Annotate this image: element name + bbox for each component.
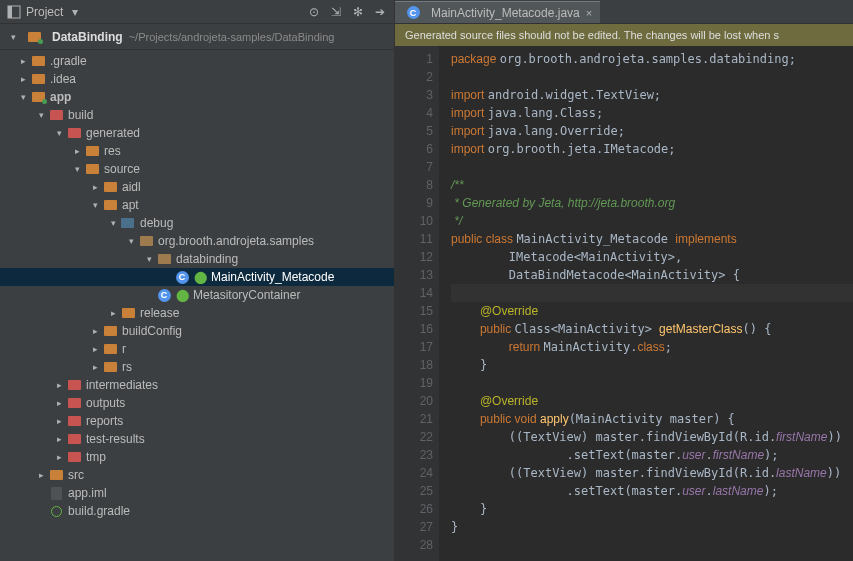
project-sidebar: Project ▾ ⊙ ⇲ ✻ ➔ ▾ DataBinding ~/Projec…: [0, 0, 395, 561]
tab-mainactivity-metacode[interactable]: C MainActivity_Metacode.java ×: [395, 1, 600, 23]
editor-pane: C MainActivity_Metacode.java × Generated…: [395, 0, 853, 561]
source-root-icon: [120, 216, 136, 230]
line-gutter[interactable]: 1234567891011121314151617181920212223242…: [395, 46, 439, 561]
tree-item-build[interactable]: ▾build: [0, 106, 394, 124]
tree-item-buildgradle[interactable]: ▸build.gradle: [0, 502, 394, 520]
lock-icon: ⬤: [176, 288, 189, 302]
code-editor[interactable]: package package org.brooth.androjeta.sam…: [439, 46, 853, 561]
module-icon: [30, 90, 46, 104]
folder-icon: [66, 396, 82, 410]
tree-item-gradle[interactable]: ▸.gradle: [0, 52, 394, 70]
folder-icon: [102, 324, 118, 338]
tree-item-debug[interactable]: ▾debug: [0, 214, 394, 232]
folder-icon: [30, 72, 46, 86]
tree-item-app[interactable]: ▾app: [0, 88, 394, 106]
folder-icon: [48, 108, 64, 122]
tree-item-tmp[interactable]: ▸tmp: [0, 448, 394, 466]
tree-item-appiml[interactable]: ▸app.iml: [0, 484, 394, 502]
expand-icon[interactable]: ▾: [8, 32, 18, 42]
generated-file-banner: Generated source files should not be edi…: [395, 24, 853, 46]
folder-icon: [102, 360, 118, 374]
folder-icon: [84, 144, 100, 158]
locate-icon[interactable]: ⊙: [306, 4, 322, 20]
tree-item-mainactivity-metacode[interactable]: ▸C⬤MainActivity_Metacode: [0, 268, 394, 286]
project-icon: [26, 30, 42, 44]
tree-item-package[interactable]: ▾org.brooth.androjeta.samples: [0, 232, 394, 250]
java-class-icon: C: [174, 270, 190, 284]
tab-label: MainActivity_Metacode.java: [431, 6, 580, 20]
tree-item-source[interactable]: ▾source: [0, 160, 394, 178]
folder-icon: [66, 414, 82, 428]
folder-icon: [84, 162, 100, 176]
tree-item-rs[interactable]: ▸rs: [0, 358, 394, 376]
tree-item-testresults[interactable]: ▸test-results: [0, 430, 394, 448]
tree-item-apt[interactable]: ▾apt: [0, 196, 394, 214]
tree-item-r[interactable]: ▸r: [0, 340, 394, 358]
package-icon: [156, 252, 172, 266]
dropdown-icon[interactable]: ▾: [67, 4, 83, 20]
collapse-icon[interactable]: ⇲: [328, 4, 344, 20]
tree-item-outputs[interactable]: ▸outputs: [0, 394, 394, 412]
folder-icon: [120, 306, 136, 320]
project-view-icon[interactable]: [6, 4, 22, 20]
folder-icon: [66, 126, 82, 140]
project-label: Project: [26, 5, 63, 19]
folder-icon: [66, 450, 82, 464]
svg-rect-2: [121, 218, 134, 228]
tree-item-databinding[interactable]: ▾databinding: [0, 250, 394, 268]
tree-item-idea[interactable]: ▸.idea: [0, 70, 394, 88]
tree-item-release[interactable]: ▸release: [0, 304, 394, 322]
tree-item-aidl[interactable]: ▸aidl: [0, 178, 394, 196]
lock-icon: ⬤: [194, 270, 207, 284]
tree-item-res[interactable]: ▸res: [0, 142, 394, 160]
folder-icon: [102, 342, 118, 356]
tree-item-metasitory[interactable]: ▸C⬤MetasitoryContainer: [0, 286, 394, 304]
project-tree[interactable]: ▸.gradle ▸.idea ▾app ▾build ▾generated ▸…: [0, 50, 394, 561]
folder-icon: [66, 432, 82, 446]
code-area: 1234567891011121314151617181920212223242…: [395, 46, 853, 561]
package-icon: [138, 234, 154, 248]
tree-item-generated[interactable]: ▾generated: [0, 124, 394, 142]
hide-icon[interactable]: ➔: [372, 4, 388, 20]
iml-file-icon: [48, 486, 64, 500]
folder-icon: [102, 198, 118, 212]
svg-rect-1: [8, 6, 12, 18]
breadcrumb: ▾ DataBinding ~/Projects/androjeta-sampl…: [0, 24, 394, 50]
project-path: ~/Projects/androjeta-samples/DataBinding: [129, 31, 335, 43]
project-name: DataBinding: [52, 30, 123, 44]
tree-item-src[interactable]: ▸src: [0, 466, 394, 484]
tree-item-buildconfig[interactable]: ▸buildConfig: [0, 322, 394, 340]
tree-item-intermediates[interactable]: ▸intermediates: [0, 376, 394, 394]
folder-icon: [48, 468, 64, 482]
folder-icon: [66, 378, 82, 392]
folder-icon: [30, 54, 46, 68]
folder-icon: [102, 180, 118, 194]
close-icon[interactable]: ×: [586, 7, 592, 19]
java-class-icon: C: [156, 288, 172, 302]
gear-icon[interactable]: ✻: [350, 4, 366, 20]
tree-item-reports[interactable]: ▸reports: [0, 412, 394, 430]
editor-tabs: C MainActivity_Metacode.java ×: [395, 0, 853, 24]
gradle-file-icon: [48, 504, 64, 518]
java-class-icon: C: [405, 6, 421, 20]
project-toolbar: Project ▾ ⊙ ⇲ ✻ ➔: [0, 0, 394, 24]
